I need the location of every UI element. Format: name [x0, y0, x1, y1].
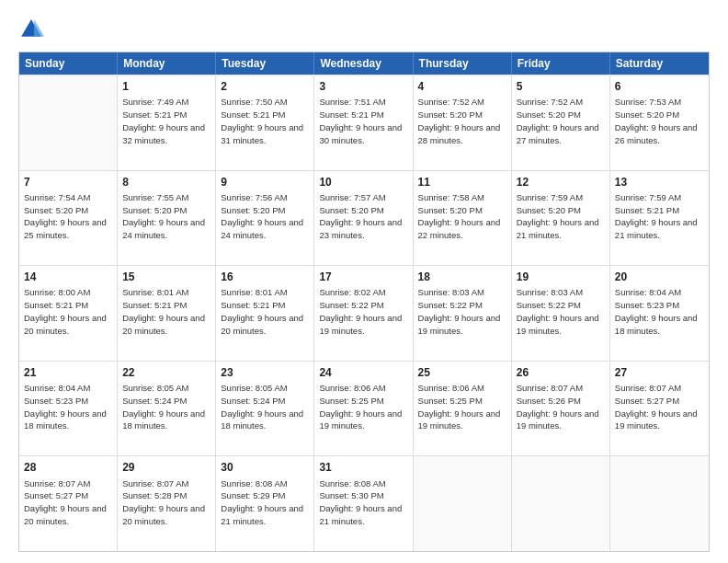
sunrise-info: Sunrise: 8:03 AM — [517, 287, 583, 297]
day-cell-25: 25 Sunrise: 8:06 AM Sunset: 5:25 PM Dayl… — [414, 362, 512, 456]
sunrise-info: Sunrise: 8:07 AM — [122, 478, 188, 488]
calendar-row-1: 1 Sunrise: 7:49 AM Sunset: 5:21 PM Dayli… — [19, 75, 709, 170]
day-cell-26: 26 Sunrise: 8:07 AM Sunset: 5:26 PM Dayl… — [512, 362, 610, 456]
sunrise-info: Sunrise: 7:51 AM — [319, 97, 385, 107]
daylight-label: Daylight: 9 hours and 18 minutes. — [221, 408, 303, 431]
daylight-label: Daylight: 9 hours and 25 minutes. — [24, 217, 107, 240]
sunset-info: Sunset: 5:20 PM — [418, 109, 483, 120]
day-number: 15 — [122, 270, 210, 284]
day-cell-30: 30 Sunrise: 8:08 AM Sunset: 5:29 PM Dayl… — [216, 456, 314, 551]
day-cell-8: 8 Sunrise: 7:55 AM Sunset: 5:20 PM Dayli… — [118, 171, 216, 266]
sunset-info: Sunset: 5:22 PM — [418, 300, 483, 310]
day-number: 29 — [122, 460, 210, 475]
day-number: 9 — [221, 175, 309, 190]
daylight-label: Daylight: 9 hours and 26 minutes. — [615, 122, 698, 145]
sunset-info: Sunset: 5:21 PM — [221, 300, 285, 310]
daylight-label: Daylight: 9 hours and 32 minutes. — [122, 122, 205, 145]
daylight-label: Daylight: 9 hours and 24 minutes. — [122, 217, 205, 240]
weekday-header-sunday: Sunday — [19, 52, 118, 75]
logo-icon — [18, 17, 44, 42]
day-number: 4 — [418, 79, 506, 94]
empty-cell — [610, 456, 709, 551]
sunrise-info: Sunrise: 7:54 AM — [24, 192, 90, 202]
weekday-header-wednesday: Wednesday — [314, 52, 413, 75]
sunset-info: Sunset: 5:24 PM — [221, 396, 285, 406]
weekday-header-friday: Friday — [512, 52, 610, 75]
daylight-label: Daylight: 9 hours and 21 minutes. — [221, 503, 303, 526]
daylight-label: Daylight: 9 hours and 18 minutes. — [24, 408, 107, 431]
sunrise-info: Sunrise: 7:52 AM — [517, 97, 583, 107]
daylight-label: Daylight: 9 hours and 28 minutes. — [418, 122, 501, 145]
day-cell-1: 1 Sunrise: 7:49 AM Sunset: 5:21 PM Dayli… — [118, 75, 216, 170]
calendar-header: SundayMondayTuesdayWednesdayThursdayFrid… — [19, 52, 709, 75]
day-cell-11: 11 Sunrise: 7:58 AM Sunset: 5:20 PM Dayl… — [414, 171, 512, 266]
page: SundayMondayTuesdayWednesdayThursdayFrid… — [0, 0, 728, 563]
logo — [18, 17, 48, 42]
sunrise-info: Sunrise: 8:02 AM — [319, 287, 385, 297]
sunset-info: Sunset: 5:21 PM — [319, 109, 383, 120]
weekday-header-monday: Monday — [118, 52, 216, 75]
sunset-info: Sunset: 5:25 PM — [319, 396, 383, 406]
day-cell-6: 6 Sunrise: 7:53 AM Sunset: 5:20 PM Dayli… — [610, 75, 709, 170]
daylight-label: Daylight: 9 hours and 24 minutes. — [221, 217, 303, 240]
calendar-row-5: 28 Sunrise: 8:07 AM Sunset: 5:27 PM Dayl… — [19, 455, 709, 551]
day-cell-17: 17 Sunrise: 8:02 AM Sunset: 5:22 PM Dayl… — [314, 266, 413, 361]
sunrise-info: Sunrise: 8:07 AM — [517, 383, 583, 393]
sunset-info: Sunset: 5:22 PM — [517, 300, 581, 310]
day-number: 16 — [221, 270, 309, 284]
day-cell-20: 20 Sunrise: 8:04 AM Sunset: 5:23 PM Dayl… — [610, 266, 709, 361]
sunset-info: Sunset: 5:29 PM — [221, 490, 285, 500]
empty-cell — [512, 456, 610, 551]
day-number: 2 — [221, 79, 309, 94]
day-number: 25 — [418, 365, 506, 380]
daylight-label: Daylight: 9 hours and 19 minutes. — [517, 408, 599, 431]
day-cell-15: 15 Sunrise: 8:01 AM Sunset: 5:21 PM Dayl… — [118, 266, 216, 361]
daylight-label: Daylight: 9 hours and 19 minutes. — [319, 408, 402, 431]
day-cell-2: 2 Sunrise: 7:50 AM Sunset: 5:21 PM Dayli… — [216, 75, 314, 170]
sunset-info: Sunset: 5:21 PM — [122, 109, 187, 120]
sunset-info: Sunset: 5:20 PM — [517, 109, 581, 120]
sunrise-info: Sunrise: 7:55 AM — [122, 192, 188, 202]
day-cell-29: 29 Sunrise: 8:07 AM Sunset: 5:28 PM Dayl… — [118, 456, 216, 551]
sunrise-info: Sunrise: 8:08 AM — [319, 478, 385, 488]
day-number: 14 — [24, 270, 112, 284]
day-cell-16: 16 Sunrise: 8:01 AM Sunset: 5:21 PM Dayl… — [216, 266, 314, 361]
sunrise-info: Sunrise: 8:06 AM — [418, 383, 484, 393]
day-cell-22: 22 Sunrise: 8:05 AM Sunset: 5:24 PM Dayl… — [118, 362, 216, 456]
sunrise-info: Sunrise: 7:59 AM — [615, 192, 681, 202]
day-cell-14: 14 Sunrise: 8:00 AM Sunset: 5:21 PM Dayl… — [19, 266, 118, 361]
sunset-info: Sunset: 5:20 PM — [319, 205, 383, 215]
daylight-label: Daylight: 9 hours and 23 minutes. — [319, 217, 402, 240]
weekday-header-saturday: Saturday — [610, 52, 709, 75]
sunrise-info: Sunrise: 8:07 AM — [24, 478, 90, 488]
sunset-info: Sunset: 5:27 PM — [24, 490, 88, 500]
header — [18, 17, 710, 42]
day-number: 7 — [24, 175, 112, 190]
day-number: 27 — [615, 365, 704, 380]
day-cell-19: 19 Sunrise: 8:03 AM Sunset: 5:22 PM Dayl… — [512, 266, 610, 361]
sunrise-info: Sunrise: 8:05 AM — [221, 383, 287, 393]
daylight-label: Daylight: 9 hours and 21 minutes. — [319, 503, 402, 526]
sunrise-info: Sunrise: 8:04 AM — [24, 383, 90, 393]
sunset-info: Sunset: 5:27 PM — [615, 396, 679, 406]
daylight-label: Daylight: 9 hours and 21 minutes. — [517, 217, 599, 240]
empty-cell — [414, 456, 512, 551]
sunrise-info: Sunrise: 8:01 AM — [122, 287, 188, 297]
day-number: 18 — [418, 270, 506, 284]
day-number: 28 — [24, 460, 112, 475]
day-number: 11 — [418, 175, 506, 190]
calendar-row-4: 21 Sunrise: 8:04 AM Sunset: 5:23 PM Dayl… — [19, 361, 709, 456]
sunrise-info: Sunrise: 7:56 AM — [221, 192, 287, 202]
daylight-label: Daylight: 9 hours and 20 minutes. — [24, 503, 107, 526]
sunrise-info: Sunrise: 8:08 AM — [221, 478, 287, 488]
day-cell-10: 10 Sunrise: 7:57 AM Sunset: 5:20 PM Dayl… — [314, 171, 413, 266]
day-number: 13 — [615, 175, 704, 190]
sunrise-info: Sunrise: 7:50 AM — [221, 97, 287, 107]
calendar-body: 1 Sunrise: 7:49 AM Sunset: 5:21 PM Dayli… — [19, 75, 709, 551]
daylight-label: Daylight: 9 hours and 19 minutes. — [418, 313, 501, 336]
calendar: SundayMondayTuesdayWednesdayThursdayFrid… — [18, 52, 710, 552]
sunset-info: Sunset: 5:26 PM — [517, 396, 581, 406]
daylight-label: Daylight: 9 hours and 30 minutes. — [319, 122, 402, 145]
sunrise-info: Sunrise: 7:58 AM — [418, 192, 484, 202]
calendar-row-3: 14 Sunrise: 8:00 AM Sunset: 5:21 PM Dayl… — [19, 265, 709, 361]
